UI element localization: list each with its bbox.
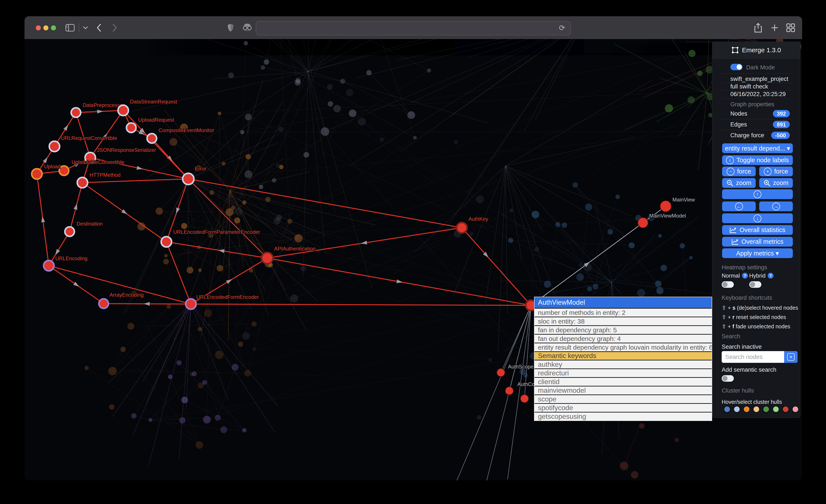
heatmap-normal-row: Normal ? [722,272,748,279]
chart-icon [729,227,737,233]
tooltip-metrics: number of methods in entity: 2sloc in en… [534,309,712,351]
graph-node-AuthNode3[interactable] [520,394,529,403]
stat-nodes-label: Nodes [730,110,747,117]
graph-node-URLEncodedFormParameterEncoder[interactable] [161,237,172,247]
toggle-node-labels-button[interactable]: i Toggle node labels [722,155,793,165]
cluster-hulls-heading: Cluster hulls [722,387,754,394]
heatmap-hybrid-toggle[interactable] [749,281,761,288]
chevron-down-icon[interactable] [80,16,91,39]
node-label-Error: Error [195,166,206,172]
edge-arrow-icon [63,124,70,131]
graph-node-URLEncodedFormEncoder[interactable] [186,299,196,309]
dark-mode-toggle[interactable] [730,64,743,70]
graph-node-URLEncoding[interactable] [44,260,54,271]
mode-dropdown-button[interactable]: entity result depend... ▾ [722,143,793,153]
edge-arrow-icon [54,249,60,256]
graph-node-MainView[interactable] [660,201,671,212]
zoom-in-icon [764,180,770,187]
cluster-hull-dot[interactable] [724,406,730,413]
dark-mode-label: Dark Mode [746,64,775,71]
pan-up-button[interactable]: ↑ [722,189,793,199]
sidebar-toggle-icon[interactable] [64,16,76,39]
force-decrease-button[interactable]: − force [722,167,756,176]
tooltip-keyword-row: mainviewmodel [534,386,712,394]
extension-goggles-icon[interactable] [240,16,254,39]
close-window-button[interactable] [36,25,41,30]
graph-node-ArrayEncoding[interactable] [99,299,109,308]
help-icon[interactable]: ? [742,273,748,279]
heatmap-normal-label: Normal [722,272,740,279]
zoom-in-button[interactable]: zoom [759,178,793,188]
graph-node-DataPreprocessor[interactable] [71,108,81,117]
graph-node-Destination[interactable] [65,227,74,236]
pan-down-button[interactable]: ↓ [722,213,793,223]
cluster-hull-dot[interactable] [763,406,770,413]
new-tab-icon[interactable] [768,16,781,39]
semantic-search-toggle[interactable] [722,375,734,382]
stat-edges-label: Edges [730,121,747,128]
graph-node-DataStreamRequest[interactable] [118,105,128,116]
graph-node-CompositeEventMonitor[interactable] [147,134,157,143]
url-input[interactable] [256,24,571,32]
apply-metrics-button[interactable]: Apply metrics ▾ [722,248,793,258]
node-label-MainView: MainView [672,197,695,202]
search-heading: Search [722,333,740,340]
overall-statistics-label: Overall statistics [740,227,785,234]
graph-node-AuthCoordinator[interactable] [505,387,514,395]
cluster-hull-dot[interactable] [792,406,799,413]
zoom-window-button[interactable] [51,25,56,30]
heatmap-normal-toggle[interactable] [722,281,734,288]
pan-right-button[interactable]: → [759,201,793,211]
shield-icon[interactable] [224,16,237,39]
tooltip-keywords-header: Semantic keywords [534,352,712,360]
cluster-hull-dots [724,409,802,416]
node-label-Upload: Upload [44,164,61,169]
semantic-search-label: Add semantic search [722,367,776,373]
back-button[interactable] [93,16,105,39]
cluster-hull-dot[interactable] [733,406,740,413]
graph-node-URLRequestConvertible[interactable] [49,141,60,151]
arrow-down-icon: ↓ [754,214,761,222]
cluster-hull-dot[interactable] [753,406,760,413]
overall-metrics-button[interactable]: Overall metrics [722,237,793,247]
graph-node-Error[interactable] [183,173,194,185]
search-input[interactable] [722,351,784,363]
tooltip-keyword-row: authkey [534,361,712,369]
graph-node-AuthScope[interactable] [497,369,505,377]
graph-node-AuthKey[interactable] [457,223,467,233]
refresh-icon[interactable]: ⟳ [557,23,567,32]
cluster-hull-dot[interactable] [782,406,789,413]
graph-node-UploadableConvertible[interactable] [59,166,69,176]
overall-statistics-button[interactable]: Overall statistics [722,225,793,235]
plus-icon: + [764,168,772,176]
force-increase-button[interactable]: + force [759,167,793,176]
pan-left-button[interactable]: ← [722,201,756,211]
graph-node-Upload[interactable] [32,169,42,179]
tab-overview-icon[interactable] [784,16,797,39]
project-name: swift_example_project [730,76,788,82]
help-icon[interactable]: ? [768,273,773,279]
share-icon[interactable] [752,16,765,39]
clear-search-button[interactable]: × [784,351,798,363]
tooltip-keyword-row: scope [534,395,712,403]
graph-canvas[interactable]: DataPreprocessorDataStreamRequestUploadR… [24,39,802,480]
cluster-hull-dot[interactable] [743,406,750,413]
edge-arrow-icon [226,277,233,284]
zoom-out-button[interactable]: zoom [722,178,756,188]
node-label-ArrayEncoding: ArrayEncoding [110,292,143,298]
forward-button[interactable] [109,16,121,39]
tooltip-title: AuthViewModel [534,297,712,308]
graph-node-MainViewModel[interactable] [638,217,648,228]
graph-node-HTTPMethod[interactable] [77,177,87,188]
sidebar-header: Emerge 1.3.0 [712,42,800,59]
emerge-sidebar: Emerge 1.3.0 Dark Mode swift_example_pro… [712,42,801,418]
stat-edges-value: 891 [773,121,790,128]
zoom-out-label: zoom [736,179,751,187]
tooltip-metric-row: sloc in entity: 38 [534,317,712,325]
heatmap-hybrid-label: Hybrid [749,272,765,279]
minimize-window-button[interactable] [43,25,48,30]
node-label-UploadableConvertible: UploadableConvertible [72,159,124,165]
graph-node-UploadRequest[interactable] [126,123,136,132]
cluster-hull-dot[interactable] [772,406,779,413]
graph-node-APIAuthentication[interactable] [261,252,273,264]
